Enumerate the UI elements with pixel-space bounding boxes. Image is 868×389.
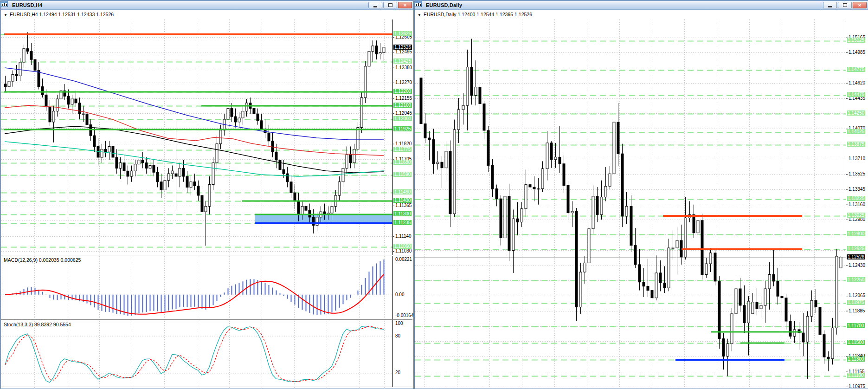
stoch-axis-label: 20	[395, 370, 400, 375]
price-level-label: 1.13875	[847, 142, 865, 147]
window-controls: ×	[823, 2, 867, 8]
candle	[164, 181, 166, 190]
candle	[160, 182, 162, 190]
restore-icon	[388, 3, 392, 7]
current-price-label: 1.12526	[847, 254, 865, 259]
candle	[457, 110, 460, 130]
candle	[563, 164, 565, 186]
window-controls: ×	[368, 2, 412, 8]
candle	[82, 114, 84, 114]
candle	[739, 289, 741, 305]
candle	[101, 149, 103, 157]
candle	[260, 121, 263, 129]
candle	[445, 151, 447, 168]
price-axis-label: 1.12270	[395, 80, 412, 85]
candle	[756, 302, 758, 309]
candle	[655, 273, 657, 298]
candle	[432, 140, 435, 164]
macd-axis-label: 0.00	[395, 292, 404, 297]
symbol-dropdown-icon[interactable]: ▼	[4, 13, 7, 17]
candle	[238, 118, 240, 122]
candle	[533, 187, 535, 189]
candle	[487, 130, 489, 165]
candle	[171, 171, 174, 174]
price-level-label: 1.12625	[847, 246, 865, 251]
candle	[781, 296, 783, 298]
candle	[372, 46, 374, 52]
chart-icon	[417, 2, 424, 8]
minimize-button[interactable]	[823, 2, 837, 8]
close-button[interactable]: ×	[853, 2, 867, 8]
candle	[97, 147, 99, 157]
price-level-label: 1.14775	[847, 67, 865, 72]
candle	[297, 201, 300, 214]
candle	[550, 143, 553, 160]
candle	[182, 168, 185, 176]
candle	[167, 174, 170, 181]
price-level-label: 1.11700	[847, 323, 865, 328]
chart-canvas-h4[interactable]: ▼EURUSD,H4 1.12494 1.12531 1.12433 1.125…	[1, 10, 413, 389]
candle	[8, 81, 10, 87]
candle	[663, 283, 666, 288]
candle	[309, 210, 311, 217]
candle	[802, 333, 804, 342]
candle	[271, 141, 274, 152]
candle	[470, 67, 473, 96]
candle	[78, 103, 81, 114]
candle	[52, 111, 55, 122]
candle	[305, 206, 307, 210]
restore-button[interactable]	[383, 2, 397, 8]
symbol-dropdown-icon[interactable]: ▼	[418, 13, 421, 17]
candle	[735, 289, 737, 314]
candle	[368, 52, 370, 66]
chart-canvas-daily[interactable]: ▼EURUSD,Daily 1.12400 1.12544 1.12395 1.…	[415, 10, 868, 389]
chart-icon	[3, 2, 10, 8]
price-level-label: 1.11060	[393, 244, 411, 249]
candle	[546, 143, 548, 169]
price-level-label: 1.11300	[393, 211, 411, 216]
candle	[466, 67, 469, 106]
candle	[529, 185, 531, 187]
stoch-indicator-label: Stoch(13,3,3) 89.8392 90.5554	[4, 322, 71, 327]
close-button[interactable]: ×	[398, 2, 412, 8]
candle	[342, 168, 344, 182]
candle	[38, 71, 40, 87]
chart-ohlc-label: EURUSD,H4 1.12494 1.12531 1.12433 1.1252…	[10, 12, 114, 17]
candle	[23, 49, 25, 62]
candle	[190, 182, 192, 188]
price-axis-label: 1.11885	[849, 308, 865, 313]
candle	[19, 62, 21, 76]
restore-button[interactable]	[838, 2, 852, 8]
candle	[294, 193, 296, 201]
price-axis-label: 1.11140	[395, 233, 411, 239]
close-icon: ×	[858, 3, 861, 7]
candle	[684, 218, 687, 257]
price-level-label: 1.14250	[847, 110, 865, 116]
candle	[134, 164, 136, 171]
candle	[242, 111, 244, 118]
candle	[500, 199, 502, 238]
window-titlebar[interactable]: EURUSD,H4 ×	[1, 1, 413, 10]
candle	[831, 328, 834, 358]
candle	[138, 160, 140, 164]
candle	[283, 169, 285, 174]
candle	[197, 186, 199, 195]
candle	[279, 160, 281, 169]
candle	[768, 274, 771, 289]
candle	[659, 273, 662, 283]
price-axis-label: 1.14985	[849, 50, 865, 55]
candle	[119, 163, 122, 169]
candle	[428, 138, 431, 140]
candle	[449, 151, 451, 214]
candle	[275, 152, 277, 160]
price-level-label: 1.11400	[393, 198, 411, 203]
candle	[541, 169, 544, 189]
minimize-button[interactable]	[368, 2, 382, 8]
candle	[379, 53, 381, 54]
chart-ohlc-row: ▼EURUSD,Daily 1.12400 1.12544 1.12395 1.…	[418, 12, 532, 17]
candle	[108, 147, 110, 152]
price-level-label: 1.11500	[847, 340, 865, 345]
candle	[613, 122, 615, 174]
window-titlebar[interactable]: EURUSD,Daily ×	[415, 1, 868, 10]
price-axis-label: 1.13345	[849, 187, 865, 192]
